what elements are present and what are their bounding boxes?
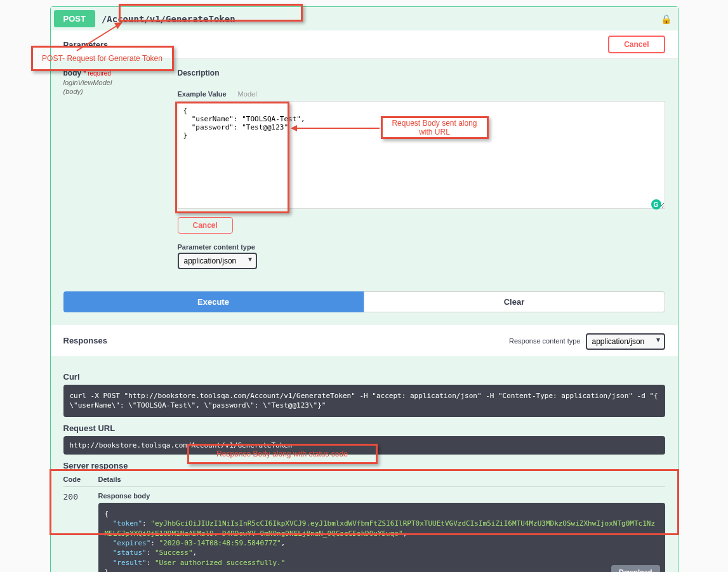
code-column-header: Code [63, 476, 98, 483]
request-url-block: http://bookstore.toolsqa.com/Account/v1/… [63, 436, 665, 455]
cancel-body-button[interactable]: Cancel [178, 217, 233, 234]
download-button[interactable]: Download [611, 565, 660, 572]
content-type-label: Parameter content type [178, 243, 665, 251]
body-textarea[interactable] [178, 101, 665, 209]
param-in: (body) [63, 88, 178, 95]
response-content-type-select[interactable]: application/json [586, 333, 665, 350]
request-url-label: Request URL [63, 423, 665, 433]
method-badge: POST [54, 10, 95, 27]
responses-heading: Responses [63, 336, 107, 345]
grammarly-icon: G [651, 199, 661, 210]
description-label: Description [178, 69, 665, 77]
param-name: body [63, 69, 82, 77]
execute-button[interactable]: Execute [63, 291, 364, 312]
response-body-block: { "token": "eyJhbGciOiJIUzI1NiIsInR5cCI6… [98, 503, 665, 572]
status-code: 200 [63, 492, 98, 572]
response-body-label: Response body [98, 492, 665, 500]
lock-icon[interactable]: 🔒 [661, 14, 672, 24]
tab-example-value[interactable]: Example Value [178, 90, 227, 98]
clear-button[interactable]: Clear [364, 291, 665, 312]
content-type-select[interactable]: application/json [178, 253, 257, 269]
curl-block: curl -X POST "http://bookstore.toolsqa.c… [63, 385, 665, 417]
endpoint-path: /Account/v1/GenerateToken [102, 14, 235, 24]
curl-label: Curl [63, 372, 665, 382]
parameters-heading: Parameters [63, 40, 109, 50]
server-response-label: Server response [63, 461, 665, 470]
response-content-type-label: Response content type [509, 337, 581, 345]
operation-summary[interactable]: POST /Account/v1/GenerateToken 🔒 [51, 7, 678, 30]
tab-model[interactable]: Model [238, 90, 257, 98]
required-marker: * required [84, 70, 111, 77]
cancel-button[interactable]: Cancel [608, 36, 665, 53]
details-column-header: Details [98, 476, 665, 483]
param-type: loginViewModel [63, 79, 178, 86]
